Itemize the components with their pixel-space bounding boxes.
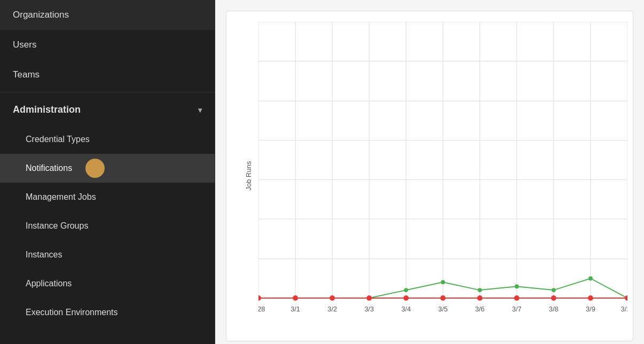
svg-point-53	[403, 295, 409, 301]
svg-text:3/5: 3/5	[438, 305, 448, 313]
svg-text:3/10: 3/10	[621, 305, 627, 313]
svg-text:3/1: 3/1	[290, 305, 300, 313]
svg-point-50	[293, 295, 298, 301]
svg-text:3/2: 3/2	[327, 305, 337, 313]
applications-label: Applications	[26, 279, 72, 288]
svg-point-46	[552, 288, 556, 292]
sidebar-item-execution-environments[interactable]: Execution Environments	[0, 298, 215, 327]
svg-point-56	[514, 295, 520, 301]
svg-point-42	[404, 288, 408, 292]
instances-label: Instances	[26, 250, 62, 260]
notification-active-indicator	[85, 159, 105, 178]
credential-types-label: Credential Types	[26, 135, 90, 144]
chart-y-label: Job Runs	[245, 161, 253, 191]
svg-point-52	[366, 295, 372, 301]
main-content: Job Runs 0 5 10 15 20 25	[215, 0, 644, 344]
sidebar-item-users[interactable]: Users	[0, 30, 215, 60]
svg-text:3/6: 3/6	[475, 305, 485, 313]
svg-point-58	[588, 295, 593, 301]
chevron-down-icon: ▾	[198, 106, 202, 114]
svg-point-55	[477, 295, 483, 301]
management-jobs-label: Management Jobs	[26, 192, 96, 202]
users-label: Users	[13, 40, 36, 50]
svg-text:3/3: 3/3	[364, 305, 374, 313]
sidebar-item-credential-types[interactable]: Credential Types	[0, 125, 215, 154]
execution-environments-label: Execution Environments	[26, 308, 118, 317]
teams-label: Teams	[13, 69, 40, 80]
sidebar-item-instance-groups[interactable]: Instance Groups	[0, 212, 215, 240]
sidebar-item-teams[interactable]: Teams	[0, 60, 215, 90]
svg-text:3/9: 3/9	[586, 305, 595, 313]
chart-container: Job Runs 0 5 10 15 20 25	[226, 11, 633, 341]
sidebar: Organizations Users Teams Administration…	[0, 0, 215, 344]
instance-groups-label: Instance Groups	[26, 221, 88, 231]
svg-point-44	[478, 288, 482, 292]
svg-text:3/8: 3/8	[549, 305, 559, 313]
sidebar-item-notifications[interactable]: Notifications	[0, 154, 215, 183]
chart-svg: 0 5 10 15 20 25 30 35	[258, 22, 627, 319]
svg-point-57	[551, 295, 556, 301]
organizations-label: Organizations	[13, 10, 69, 20]
sidebar-item-instances[interactable]: Instances	[0, 240, 215, 269]
notifications-label: Notifications	[26, 163, 72, 173]
sidebar-item-management-jobs[interactable]: Management Jobs	[0, 183, 215, 212]
svg-point-59	[625, 295, 627, 301]
svg-point-54	[441, 295, 446, 301]
svg-text:3/4: 3/4	[401, 305, 411, 313]
svg-point-43	[441, 280, 445, 284]
svg-point-45	[515, 284, 519, 288]
svg-point-47	[588, 276, 593, 280]
chart-inner: 0 5 10 15 20 25 30 35	[258, 22, 627, 319]
sidebar-item-applications[interactable]: Applications	[0, 269, 215, 298]
svg-point-51	[329, 295, 335, 301]
sidebar-divider	[0, 92, 215, 92]
sidebar-item-organizations[interactable]: Organizations	[0, 0, 215, 30]
administration-section-header[interactable]: Administration ▾	[0, 95, 215, 125]
svg-text:2/28: 2/28	[258, 305, 265, 313]
administration-label: Administration	[13, 104, 81, 115]
svg-point-49	[258, 295, 261, 301]
svg-text:3/7: 3/7	[512, 305, 522, 313]
